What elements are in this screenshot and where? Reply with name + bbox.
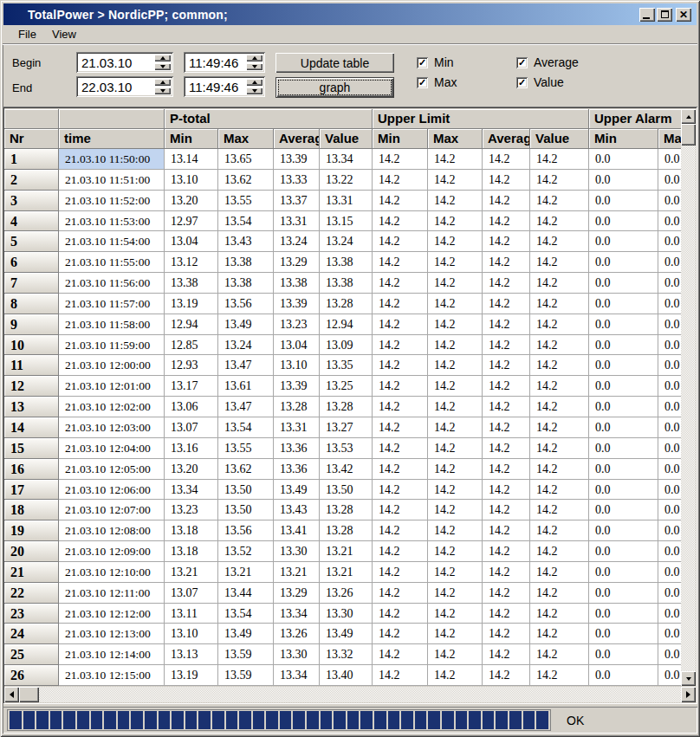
time-cell[interactable]: 21.03.10 12:11:00 <box>59 583 165 604</box>
row-header-cell[interactable]: 7 <box>4 273 59 294</box>
time-cell[interactable]: 21.03.10 11:56:00 <box>59 273 165 294</box>
row-header-cell[interactable]: 23 <box>4 604 59 624</box>
checkbox-box[interactable]: ✓ <box>516 77 528 88</box>
row-header-cell[interactable]: 2 <box>4 170 59 191</box>
row-header-cell[interactable]: 3 <box>4 191 59 211</box>
value-cell[interactable]: 14.2 <box>428 438 483 459</box>
value-cell[interactable]: 14.2 <box>428 459 483 480</box>
value-cell[interactable]: 13.06 <box>165 397 218 417</box>
value-cell[interactable]: 13.21 <box>274 562 320 583</box>
value-cell[interactable]: 14.2 <box>483 355 530 376</box>
value-cell[interactable]: 0.0 <box>589 500 658 520</box>
scroll-down-button[interactable] <box>681 671 696 686</box>
row-header-cell[interactable]: 8 <box>4 294 59 314</box>
value-cell[interactable]: 13.49 <box>274 480 320 501</box>
value-cell[interactable]: 14.2 <box>483 335 530 356</box>
value-cell[interactable]: 14.2 <box>530 562 589 583</box>
value-cell[interactable]: 13.38 <box>218 252 274 273</box>
scroll-right-button[interactable] <box>681 687 696 702</box>
value-cell[interactable]: 13.31 <box>274 417 320 438</box>
end-time-field[interactable]: 11:49:46 <box>184 76 265 97</box>
value-cell[interactable]: 13.42 <box>320 459 373 480</box>
value-cell[interactable]: 14.2 <box>428 541 483 562</box>
value-cell[interactable]: 14.2 <box>428 355 483 376</box>
row-header-cell[interactable]: 19 <box>4 520 59 541</box>
value-cell[interactable]: 14.2 <box>530 397 589 417</box>
value-cell[interactable]: 13.38 <box>320 273 373 294</box>
value-cell[interactable]: 13.19 <box>165 294 218 314</box>
value-cell[interactable]: 0.0 <box>658 294 681 314</box>
checkbox-value[interactable]: ✓ Value <box>516 75 564 89</box>
row-header-cell[interactable]: 18 <box>4 500 59 520</box>
value-cell[interactable]: 14.2 <box>428 252 483 273</box>
value-cell[interactable]: 13.36 <box>274 438 320 459</box>
value-cell[interactable]: 12.93 <box>165 355 218 376</box>
value-cell[interactable]: 13.29 <box>274 583 320 604</box>
column-header-min[interactable]: Min <box>165 129 218 149</box>
value-cell[interactable]: 13.28 <box>320 397 373 417</box>
time-cell[interactable]: 21.03.10 11:53:00 <box>59 211 165 232</box>
value-cell[interactable]: 14.2 <box>483 644 530 665</box>
time-cell[interactable]: 21.03.10 11:51:00 <box>59 170 165 191</box>
value-cell[interactable]: 14.2 <box>428 665 483 686</box>
value-cell[interactable]: 14.2 <box>373 562 428 583</box>
value-cell[interactable]: 13.11 <box>165 604 218 624</box>
value-cell[interactable]: 13.49 <box>218 624 274 644</box>
value-cell[interactable]: 13.55 <box>218 438 274 459</box>
value-cell[interactable]: 14.2 <box>483 520 530 541</box>
value-cell[interactable]: 14.2 <box>530 149 589 170</box>
value-cell[interactable]: 14.2 <box>530 480 589 501</box>
value-cell[interactable]: 13.16 <box>165 438 218 459</box>
value-cell[interactable]: 13.24 <box>218 335 274 356</box>
value-cell[interactable]: 13.44 <box>218 583 274 604</box>
value-cell[interactable]: 13.28 <box>320 500 373 520</box>
value-cell[interactable]: 0.0 <box>658 355 681 376</box>
value-cell[interactable]: 13.59 <box>218 665 274 686</box>
value-cell[interactable]: 14.2 <box>373 273 428 294</box>
value-cell[interactable]: 14.2 <box>373 417 428 438</box>
value-cell[interactable]: 13.47 <box>218 397 274 417</box>
value-cell[interactable]: 14.2 <box>428 211 483 232</box>
horizontal-scroll-thumb[interactable] <box>19 687 39 702</box>
time-cell[interactable]: 21.03.10 11:55:00 <box>59 252 165 273</box>
value-cell[interactable]: 14.2 <box>483 231 530 252</box>
value-cell[interactable]: 13.27 <box>320 417 373 438</box>
value-cell[interactable]: 13.21 <box>320 541 373 562</box>
value-cell[interactable]: 0.0 <box>589 624 658 644</box>
value-cell[interactable]: 12.94 <box>165 314 218 335</box>
value-cell[interactable]: 0.0 <box>589 604 658 624</box>
column-header-min[interactable]: Min <box>373 129 428 149</box>
column-header-max[interactable]: Max <box>428 129 483 149</box>
value-cell[interactable]: 0.0 <box>658 211 681 232</box>
value-cell[interactable]: 0.0 <box>589 231 658 252</box>
value-cell[interactable]: 14.2 <box>483 191 530 211</box>
row-header-cell[interactable]: 26 <box>4 665 59 686</box>
value-cell[interactable]: 0.0 <box>589 376 658 397</box>
value-cell[interactable]: 13.28 <box>274 397 320 417</box>
column-header-nr[interactable]: Nr <box>4 129 59 149</box>
value-cell[interactable]: 0.0 <box>658 335 681 356</box>
value-cell[interactable]: 14.2 <box>483 665 530 686</box>
row-header-cell[interactable]: 16 <box>4 459 59 480</box>
spin-down-button[interactable] <box>246 63 262 70</box>
value-cell[interactable]: 13.34 <box>274 665 320 686</box>
value-cell[interactable]: 13.31 <box>320 191 373 211</box>
column-header-value[interactable]: Value <box>530 129 589 149</box>
spin-up-button[interactable] <box>154 79 171 86</box>
row-header-cell[interactable]: 14 <box>4 417 59 438</box>
value-cell[interactable]: 0.0 <box>658 438 681 459</box>
value-cell[interactable]: 14.2 <box>530 335 589 356</box>
value-cell[interactable]: 14.2 <box>373 624 428 644</box>
value-cell[interactable]: 14.2 <box>530 231 589 252</box>
value-cell[interactable]: 13.39 <box>274 376 320 397</box>
value-cell[interactable]: 12.85 <box>165 335 218 356</box>
value-cell[interactable]: 13.38 <box>165 273 218 294</box>
value-cell[interactable]: 14.2 <box>483 562 530 583</box>
time-cell[interactable]: 21.03.10 12:03:00 <box>59 417 165 438</box>
value-cell[interactable]: 14.2 <box>530 500 589 520</box>
row-header-cell[interactable]: 12 <box>4 376 59 397</box>
time-cell[interactable]: 21.03.10 12:09:00 <box>59 541 165 562</box>
value-cell[interactable]: 13.21 <box>320 562 373 583</box>
vertical-scroll-thumb[interactable] <box>681 124 696 145</box>
row-header-cell[interactable]: 15 <box>4 438 59 459</box>
